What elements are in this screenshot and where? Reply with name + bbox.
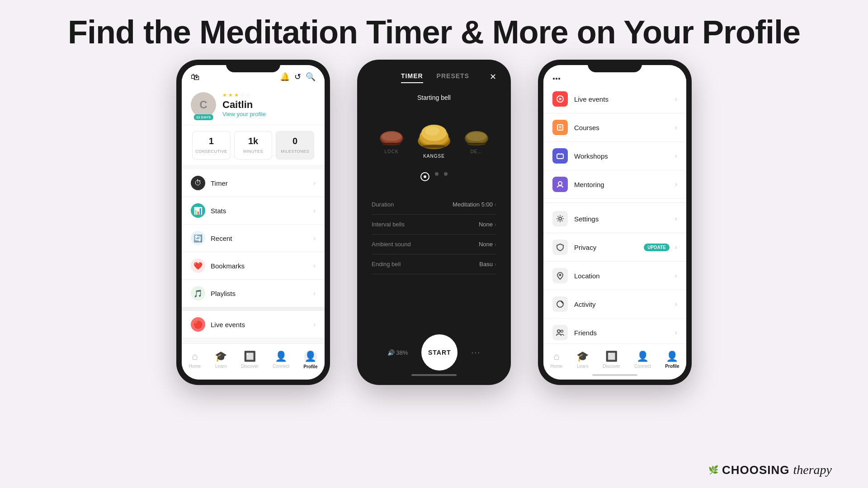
discover-icon: 🔲 (605, 351, 618, 362)
view-profile-link[interactable]: View your profile (222, 111, 266, 117)
chevron-icon: › (495, 261, 496, 267)
phone-3-notch (588, 60, 642, 72)
chevron-icon: › (675, 243, 677, 251)
svg-rect-11 (422, 145, 446, 147)
brand-logo: 🌿 (708, 465, 718, 475)
menu-settings[interactable]: Settings › (543, 205, 686, 233)
phone-2-notch (407, 60, 461, 72)
svg-rect-16 (467, 143, 486, 144)
menu-activity[interactable]: Activity › (543, 290, 686, 319)
bookmarks-icon: ❤️ (191, 258, 205, 273)
tab-presets[interactable]: PRESETS (437, 72, 469, 83)
svg-point-29 (557, 330, 560, 333)
nav-connect[interactable]: 👤 Connect (634, 351, 651, 369)
bowl-de[interactable]: DE... (459, 119, 495, 159)
search-icon[interactable]: 🔍 (306, 72, 316, 82)
svg-point-9 (425, 127, 439, 136)
discover-icon: 🔲 (244, 351, 256, 362)
brand-choosing: CHOOSING (722, 463, 790, 477)
phone-3-screen: ●●● Live events › (543, 65, 686, 380)
dot-1[interactable] (420, 172, 429, 181)
dot-2[interactable] (435, 172, 439, 176)
bag-icon[interactable]: 🛍 (191, 72, 200, 82)
timer-controls: 🔊 38% START ··· (363, 334, 505, 371)
chevron-icon: › (675, 272, 677, 280)
chevron-icon: › (313, 179, 316, 187)
menu-item-playlists[interactable]: 🎵 Playlists › (182, 280, 325, 307)
settings-icon (552, 211, 568, 226)
playlists-icon: 🎵 (191, 286, 205, 300)
nav-discover[interactable]: 🔲 Discover (603, 351, 620, 369)
phone-1-screen: 🛍 🔔 ↺ 🔍 C 12 DAYS ★★★ ☆☆ (182, 65, 325, 380)
page-dots (363, 172, 505, 181)
starting-bell-label: Starting bell (363, 94, 505, 101)
close-icon[interactable]: ✕ (490, 72, 496, 82)
menu-courses[interactable]: Courses › (543, 113, 686, 142)
nav-profile-active[interactable]: 👤 Profile (665, 351, 679, 369)
svg-point-2 (382, 132, 401, 141)
nav-learn[interactable]: 🎓 Learn (576, 351, 589, 369)
chevron-icon: › (675, 300, 677, 308)
nav-home[interactable]: ⌂ Home (189, 351, 201, 369)
chevron-icon: › (495, 241, 496, 248)
timer-options: Duration Meditation 5:00 › Interval bell… (363, 190, 505, 279)
nav-learn[interactable]: 🎓 Learn (215, 351, 227, 369)
stat-milestones: 0 MILESTONES (276, 131, 314, 160)
chevron-icon: › (313, 235, 316, 242)
update-badge: UPDATE (644, 244, 669, 251)
menu-item-timer[interactable]: ⏱ Timer › (182, 169, 325, 197)
menu-item-stats[interactable]: 📊 Stats › (182, 197, 325, 225)
option-ending-bell[interactable]: Ending bell Basu › (372, 254, 496, 274)
start-button[interactable]: START (421, 334, 458, 371)
menu-item-recent[interactable]: 🔄 Recent › (182, 225, 325, 252)
chevron-icon: › (675, 328, 677, 337)
phone-1-notch (226, 60, 280, 72)
bell-icon[interactable]: 🔔 (280, 72, 290, 82)
bowl-label-kangse: KANGSE (423, 154, 445, 159)
profile-info: ★★★ ☆☆ Caitlin View your profile (222, 92, 266, 117)
menu-workshops[interactable]: Workshops › (543, 142, 686, 170)
nav-discover[interactable]: 🔲 Discover (241, 351, 259, 369)
menu-privacy[interactable]: Privacy UPDATE › (543, 233, 686, 262)
svg-point-25 (558, 182, 562, 185)
menu-friends[interactable]: Friends › (543, 319, 686, 347)
bowl-kangse[interactable]: KANGSE (410, 115, 459, 163)
chevron-icon: › (495, 221, 496, 228)
svg-rect-19 (557, 125, 563, 130)
bowl-label-lock: LOCK (384, 149, 398, 154)
chevron-icon: › (495, 202, 496, 208)
home-indicator (592, 374, 637, 376)
menu-item-bookmarks[interactable]: ❤️ Bookmarks › (182, 252, 325, 280)
more-options-icon[interactable]: ··· (471, 348, 481, 357)
dot-3[interactable] (444, 172, 448, 176)
option-duration[interactable]: Duration Meditation 5:00 › (372, 195, 496, 215)
stats-row: 1 CONSECUTIVE 1k MINUTES 0 MILESTONES (182, 126, 325, 165)
mentoring-icon (552, 177, 568, 192)
branding: 🌿 CHOOSING therapy (708, 463, 832, 477)
phone-2-screen: TIMER PRESETS ✕ Starting bell (363, 65, 505, 380)
menu-location[interactable]: Location › (543, 262, 686, 290)
option-ambient[interactable]: Ambient sound None › (372, 235, 496, 254)
menu-item-live[interactable]: 🔴 Live events › (182, 311, 325, 338)
privacy-icon (552, 239, 568, 255)
home-icon: ⌂ (553, 351, 559, 362)
user-name: Caitlin (222, 99, 266, 111)
nav-home[interactable]: ⌂ Home (551, 351, 563, 369)
timer-icon: ⏱ (191, 176, 205, 190)
chevron-icon: › (313, 321, 316, 328)
svg-point-14 (467, 132, 486, 141)
tab-timer[interactable]: TIMER (401, 72, 423, 83)
menu-live-events[interactable]: Live events › (543, 85, 686, 113)
chevron-icon: › (675, 215, 677, 223)
friends-icon (552, 325, 568, 340)
bowl-label-de: DE... (470, 149, 482, 154)
bowl-lock[interactable]: LOCK (374, 119, 410, 159)
option-interval[interactable]: Interval bells None › (372, 215, 496, 235)
phones-container: 🛍 🔔 ↺ 🔍 C 12 DAYS ★★★ ☆☆ (0, 60, 868, 385)
location-icon (552, 268, 568, 283)
menu-mentoring[interactable]: Mentoring › (543, 170, 686, 199)
nav-connect[interactable]: 👤 Connect (273, 351, 289, 369)
history-icon[interactable]: ↺ (294, 72, 301, 82)
nav-profile[interactable]: 👤 Profile (303, 350, 317, 369)
courses-icon (552, 120, 568, 135)
